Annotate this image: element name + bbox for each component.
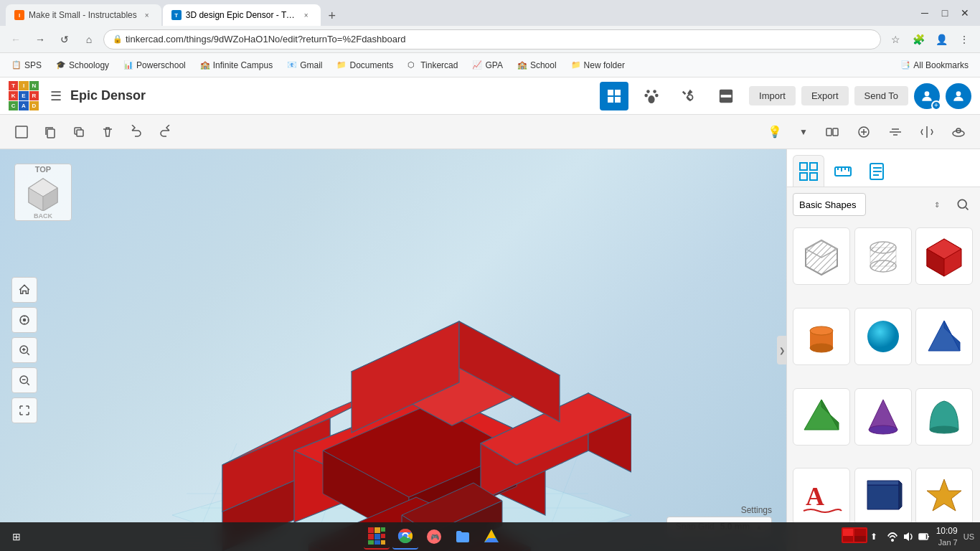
bookmark-icon-gmail: 📧 (287, 60, 297, 70)
menu-icon[interactable]: ☰ (50, 88, 62, 104)
view-cube[interactable]: TOP BACK (14, 164, 72, 221)
start-button[interactable]: ⊞ (6, 526, 27, 547)
logo-cell-n: N (29, 81, 39, 90)
delete-button[interactable] (95, 119, 121, 145)
view-cube-box[interactable]: TOP BACK (14, 164, 72, 221)
bookmark-powerschool[interactable]: 📊 Powerschool (118, 58, 192, 72)
tab-close-instructables[interactable]: × (141, 9, 153, 21)
duplicate-button[interactable] (66, 119, 92, 145)
taskbar-app-files[interactable] (450, 524, 476, 550)
bookmark-sps[interactable]: 📋 SPS (6, 58, 47, 72)
bookmark-all[interactable]: 📑 All Bookmarks (895, 58, 974, 72)
profile-avatar[interactable] (946, 83, 971, 109)
shapes-tab[interactable] (793, 155, 824, 187)
address-bar: ← → ↺ ⌂ 🔒 tinkercad.com/things/9dWZoHaO1… (0, 26, 980, 53)
tab-tinkercad[interactable]: T 3D design Epic Densor - Tinker... × (163, 4, 321, 26)
url-bar[interactable]: 🔒 tinkercad.com/things/9dWZoHaO1No/edit?… (103, 29, 881, 50)
zoom-out-button[interactable] (11, 367, 37, 393)
workplane-button[interactable] (946, 119, 971, 145)
taskbar-app-chrome[interactable] (392, 524, 418, 550)
shape-wedge-blue[interactable] (915, 308, 973, 365)
theme-button[interactable] (712, 82, 740, 110)
shape-select-wrapper: Basic Shapes Letters Connectors Symbols … (793, 193, 946, 216)
grid-view-button[interactable] (600, 82, 628, 110)
minimize-button[interactable]: ─ (915, 4, 934, 22)
import-button[interactable]: Import (749, 86, 796, 105)
group-button[interactable] (819, 119, 845, 145)
send-to-button[interactable]: Send To (854, 86, 908, 105)
fit-view-button[interactable] (11, 397, 37, 423)
ungroup-button[interactable] (851, 119, 877, 145)
taskbar-app-tinkercad[interactable] (364, 524, 390, 550)
profile-button[interactable]: 👤 (931, 29, 951, 50)
shape-sphere-teal[interactable] (854, 308, 912, 365)
shape-cone-purple[interactable] (854, 388, 912, 446)
shape-pyramid-green[interactable] (793, 388, 850, 446)
shapes-search-button[interactable] (951, 193, 974, 216)
ruler-tab[interactable] (827, 155, 859, 187)
shape-cylinder-orange[interactable] (793, 308, 850, 365)
right-panel: ❯ (786, 149, 980, 551)
svg-rect-1 (615, 90, 621, 95)
clock-time: 10:09 (936, 526, 958, 537)
taskbar-app-drive[interactable] (479, 524, 504, 550)
transform-button[interactable] (9, 119, 34, 145)
forward-button[interactable]: → (30, 29, 50, 50)
reload-button[interactable]: ↺ (55, 29, 75, 50)
back-button[interactable]: ← (6, 29, 26, 50)
notes-tab[interactable] (862, 155, 893, 187)
tab-close-tinkercad[interactable]: × (301, 9, 312, 21)
tinkercad-logo[interactable]: T I N K E R C A D (9, 81, 39, 111)
light-button[interactable]: 💡 (762, 119, 788, 145)
bookmark-school[interactable]: 🏫 School (512, 58, 562, 72)
3d-viewport[interactable]: TOP BACK (0, 149, 786, 551)
bookmark-star-button[interactable]: ☆ (885, 29, 905, 50)
shape-paraboloid-teal[interactable] (915, 388, 973, 446)
panel-collapse-button[interactable]: ❯ (777, 336, 787, 364)
new-tab-button[interactable]: + (322, 6, 342, 26)
bookmark-new-folder[interactable]: 📁 New folder (565, 58, 631, 72)
mirror-button[interactable] (914, 119, 940, 145)
zoom-in-button[interactable] (11, 337, 37, 363)
tools-button[interactable] (674, 82, 703, 110)
home-button[interactable]: ⌂ (79, 29, 99, 50)
export-button[interactable]: Export (801, 86, 849, 105)
taskbar-app-games[interactable]: 🎮 (421, 524, 447, 550)
svg-rect-66 (800, 163, 807, 170)
bookmark-infinite-campus[interactable]: 🏫 Infinite Campus (194, 58, 278, 72)
bookmark-gpa[interactable]: 📈 GPA (466, 58, 508, 72)
tab-instructables[interactable]: I Make it Small - Instructables × (6, 4, 161, 26)
paw-button[interactable] (637, 82, 666, 110)
shape-star-yellow[interactable] (915, 468, 973, 525)
shape-box-red[interactable] (915, 227, 973, 285)
taskbar-up-arrow[interactable]: ⬆ (870, 532, 877, 542)
svg-rect-11 (721, 95, 732, 98)
shape-category-select[interactable]: Basic Shapes Letters Connectors Symbols … (793, 193, 866, 216)
shape-box-striped[interactable] (793, 227, 850, 285)
shape-wedge2-blue[interactable] (854, 468, 912, 525)
redo-button[interactable] (152, 119, 178, 145)
add-profile-container: + (914, 83, 940, 109)
browser-menu-button[interactable]: ⋮ (954, 29, 974, 50)
align-button[interactable] (882, 119, 908, 145)
view-cube-back-label: BACK (34, 212, 52, 220)
copy-paste-button[interactable] (37, 119, 63, 145)
bookmark-schoology[interactable]: 🎓 Schoology (50, 58, 115, 72)
taskbar-time-display: 10:09 Jan 7 (936, 526, 958, 547)
svg-point-86 (867, 321, 899, 352)
shape-cylinder-empty[interactable] (854, 227, 912, 285)
bookmark-gmail[interactable]: 📧 Gmail (281, 58, 328, 72)
settings-label[interactable]: Settings (741, 505, 772, 515)
svg-rect-120 (854, 536, 866, 542)
center-view-button[interactable] (11, 307, 37, 333)
extensions-button[interactable]: 🧩 (908, 29, 928, 50)
light-dropdown-button[interactable]: ▼ (793, 122, 814, 142)
address-actions: ☆ 🧩 👤 ⋮ (885, 29, 974, 50)
home-view-button[interactable] (11, 277, 37, 303)
shape-text-red[interactable]: A (793, 468, 850, 525)
maximize-button[interactable]: □ (936, 4, 954, 22)
bookmark-tinkercad[interactable]: ⬡ Tinkercad (402, 58, 463, 72)
close-button[interactable]: ✕ (956, 4, 974, 22)
bookmark-documents[interactable]: 📁 Documents (331, 58, 399, 72)
undo-button[interactable] (123, 119, 149, 145)
